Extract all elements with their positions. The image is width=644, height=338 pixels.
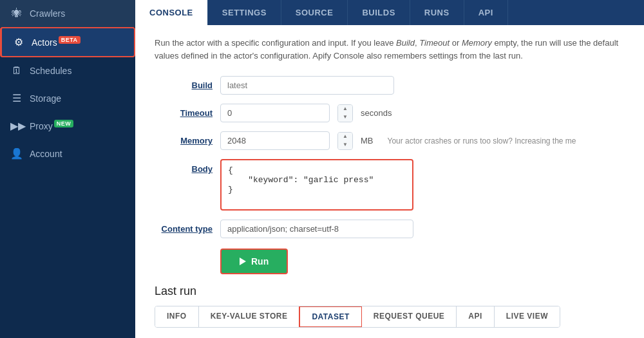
memory-input[interactable] xyxy=(220,131,330,150)
actors-icon: ⚙ xyxy=(12,36,25,48)
sidebar-item-storage-label: Storage xyxy=(30,93,61,104)
body-textarea[interactable]: { "keyword": "garlic press" } xyxy=(220,159,413,211)
description-text: Run the actor with a specific configurat… xyxy=(155,37,625,62)
build-input[interactable] xyxy=(220,76,394,95)
sidebar-item-account[interactable]: 👤Account xyxy=(0,140,135,167)
memory-up-btn[interactable]: ▲ xyxy=(338,133,352,141)
tab-api[interactable]: API xyxy=(464,0,508,25)
sidebar-item-crawlers-label: Crawlers xyxy=(30,8,65,19)
timeout-row: Timeout ▲ ▼ seconds xyxy=(155,104,625,122)
top-tab-bar: CONSOLESETTINGSSOURCEBUILDSRUNSAPI xyxy=(135,0,644,25)
sidebar-item-schedules-label: Schedules xyxy=(30,66,71,76)
timeout-unit: seconds xyxy=(361,108,392,118)
sidebar-item-actors[interactable]: ⚙ActorsBETA xyxy=(0,27,135,57)
memory-down-btn[interactable]: ▼ xyxy=(338,141,352,149)
last-run-section: Last run INFOKEY-VALUE STOREDATASETREQUE… xyxy=(155,285,625,328)
main-content: CONSOLESETTINGSSOURCEBUILDSRUNSAPI Run t… xyxy=(135,0,644,338)
run-section: Run xyxy=(220,249,625,274)
run-button[interactable]: Run xyxy=(220,249,288,274)
tab-console[interactable]: CONSOLE xyxy=(135,0,208,25)
run-tab-request-queue[interactable]: REQUEST QUEUE xyxy=(362,306,457,327)
content-type-input[interactable] xyxy=(220,220,413,238)
timeout-input[interactable] xyxy=(220,104,330,122)
play-icon xyxy=(240,258,246,265)
run-tab-live-view[interactable]: LIVE VIEW xyxy=(495,306,560,327)
sidebar: 🕷Crawlers⚙ActorsBETA🗓Schedules☰Storage▶▶… xyxy=(0,0,135,338)
timeout-down-btn[interactable]: ▼ xyxy=(338,113,352,122)
beta-badge: BETA xyxy=(59,36,80,44)
run-tab-dataset[interactable]: DATASET xyxy=(299,306,362,328)
sidebar-item-account-label: Account xyxy=(30,149,62,159)
last-run-tabs: INFOKEY-VALUE STOREDATASETREQUEST QUEUEA… xyxy=(155,306,560,328)
sidebar-item-storage[interactable]: ☰Storage xyxy=(0,84,135,112)
console-content: Run the actor with a specific configurat… xyxy=(135,25,644,338)
sidebar-item-proxy[interactable]: ▶▶ProxyNEW xyxy=(0,112,135,140)
last-run-title: Last run xyxy=(155,285,625,298)
run-tab-key-value-store[interactable]: KEY-VALUE STORE xyxy=(199,306,300,327)
body-label: Body xyxy=(155,159,213,174)
run-tab-info[interactable]: INFO xyxy=(155,306,199,327)
content-type-row: Content type xyxy=(155,220,625,238)
timeout-up-btn[interactable]: ▲ xyxy=(338,105,352,113)
account-icon: 👤 xyxy=(10,147,23,160)
run-button-label: Run xyxy=(251,256,269,267)
sidebar-item-proxy-label: ProxyNEW xyxy=(30,120,73,131)
memory-unit: MB xyxy=(361,136,374,146)
memory-row: Memory ▲ ▼ MB Your actor crashes or runs… xyxy=(155,131,625,150)
timeout-spinner[interactable]: ▲ ▼ xyxy=(337,104,353,122)
tab-settings[interactable]: SETTINGS xyxy=(208,0,281,25)
sidebar-item-actors-label: ActorsBETA xyxy=(32,37,80,48)
run-tab-api[interactable]: API xyxy=(457,306,495,327)
tab-source[interactable]: SOURCE xyxy=(281,0,348,25)
memory-label: Memory xyxy=(155,136,213,146)
content-type-label: Content type xyxy=(155,224,213,234)
timeout-label: Timeout xyxy=(155,108,213,118)
sidebar-item-schedules[interactable]: 🗓Schedules xyxy=(0,57,135,84)
proxy-icon: ▶▶ xyxy=(10,120,23,132)
tab-builds[interactable]: BUILDS xyxy=(348,0,410,25)
sidebar-item-crawlers[interactable]: 🕷Crawlers xyxy=(0,0,135,27)
body-row: Body { "keyword": "garlic press" } xyxy=(155,159,625,211)
memory-spinner[interactable]: ▲ ▼ xyxy=(337,132,353,150)
crawlers-icon: 🕷 xyxy=(10,8,23,19)
build-label: Build xyxy=(155,80,213,90)
storage-icon: ☰ xyxy=(10,92,23,104)
memory-hint: Your actor crashes or runs too slow? Inc… xyxy=(388,136,576,146)
schedules-icon: 🗓 xyxy=(10,65,23,77)
tab-runs[interactable]: RUNS xyxy=(410,0,464,25)
new-badge: NEW xyxy=(54,120,74,127)
build-row: Build xyxy=(155,76,625,95)
